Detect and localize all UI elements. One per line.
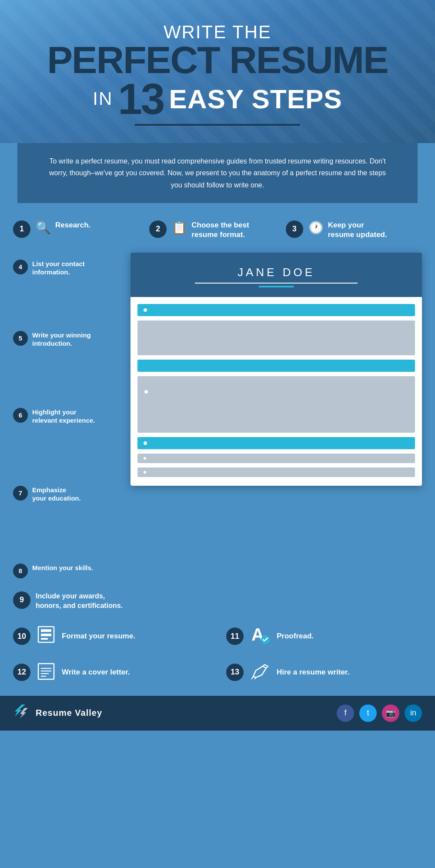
intro-box: To write a perfect resume, you must read… [17, 143, 418, 203]
step-11-label: Proofread. [277, 632, 314, 641]
header-easy: Easy Steps [169, 83, 342, 114]
step-4-label: List your contactinformation. [32, 260, 85, 277]
hire-writer-icon [250, 662, 271, 683]
step-4-num: 4 [13, 260, 28, 274]
step-6: 6 Highlight yourrelevant experience. [13, 404, 122, 429]
bottom-steps: 10 Format your resume. 11 A Pro [0, 615, 435, 696]
svg-rect-1 [41, 629, 51, 632]
step-11: 11 A Proofread. [226, 624, 422, 649]
step-7-num: 7 [13, 486, 28, 501]
skill-bar-1 [137, 454, 415, 463]
header-line2: Perfect Resume [47, 43, 388, 77]
facebook-icon[interactable]: f [337, 704, 354, 722]
education-dot [144, 390, 148, 394]
step-1-num: 1 [13, 220, 30, 238]
steps-row-1: 10 Format your resume. 11 A Pro [13, 624, 422, 649]
step-8: 8 Mention your skills. [13, 559, 122, 583]
step-3: 3 🕐 Keep yourresume updated. [286, 220, 422, 240]
brand-logo-icon [13, 704, 30, 723]
experience-bar [137, 360, 415, 372]
steps-row-2: 12 Write a cover letter. 13 [13, 662, 422, 683]
steps-top-row: 1 🔍 Research. 2 📋 Choose the bestresume … [0, 203, 435, 248]
resume-header: JANE DOE [130, 253, 422, 297]
step-9-num: 9 [13, 591, 30, 609]
skills-bar [137, 437, 415, 449]
step-7: 7 Emphasizeyour education. [13, 481, 122, 507]
main-area: 4 List your contactinformation. 5 Write … [0, 248, 435, 583]
step-12-num: 12 [13, 664, 30, 681]
resume-name-underline [195, 283, 357, 284]
twitter-icon[interactable]: t [359, 704, 377, 722]
clock-icon: 🕐 [308, 220, 324, 235]
resume-mockup: JANE DOE [130, 253, 422, 486]
step-12: 12 Write a cover letter. [13, 662, 209, 683]
intro-text: To write a perfect resume, you must read… [44, 155, 392, 191]
step-5: 5 Write your winningintroduction. [13, 327, 122, 352]
education-block [137, 376, 415, 433]
search-icon: 🔍 [36, 220, 51, 235]
footer-socials: f t 📷 in [337, 704, 422, 722]
document-icon: 📋 [172, 220, 187, 235]
proofread-icon: A [250, 624, 271, 649]
svg-rect-3 [41, 638, 48, 640]
svg-rect-2 [41, 634, 51, 636]
step-9-label: Include your awards,honors, and certific… [36, 591, 123, 611]
step-3-num: 3 [286, 220, 303, 238]
intro-bar [137, 304, 415, 316]
step-10-label: Format your resume. [62, 632, 135, 641]
step-8-num: 8 [13, 564, 28, 578]
linkedin-icon[interactable]: in [405, 704, 422, 722]
step-7-label: Emphasizeyour education. [32, 486, 81, 503]
step-13: 13 Hire a resume writer. [226, 662, 422, 683]
intro-bar-dot [144, 308, 147, 312]
resume-name: JANE DOE [141, 266, 412, 279]
header: Write the Perfect Resume in 13 Easy Step… [0, 0, 435, 143]
step-11-num: 11 [226, 628, 244, 645]
footer: Resume Valley f t 📷 in [0, 696, 435, 731]
resume-body [130, 297, 422, 486]
intro-content-block [137, 320, 415, 355]
step-3-label: Keep yourresume updated. [328, 220, 387, 240]
footer-brand-name: Resume Valley [36, 708, 102, 718]
step-6-label: Highlight yourrelevant experience. [32, 408, 95, 425]
skill-dot-1 [144, 457, 146, 460]
step-8-label: Mention your skills. [32, 564, 93, 572]
header-line3: in 13 Easy Steps [47, 77, 388, 120]
step-13-num: 13 [226, 664, 244, 681]
step-5-num: 5 [13, 331, 28, 346]
step-6-num: 6 [13, 408, 28, 423]
skills-dot [144, 441, 147, 445]
footer-brand: Resume Valley [13, 704, 102, 723]
format-icon [37, 625, 56, 648]
step-4: 4 List your contactinformation. [13, 253, 122, 281]
step-9: 9 Include your awards,honors, and certif… [0, 583, 435, 615]
header-num: 13 [118, 77, 164, 120]
step-2-num: 2 [149, 220, 167, 238]
skill-dot-2 [144, 471, 146, 474]
cover-letter-icon [37, 662, 56, 683]
skill-bar-2 [137, 467, 415, 477]
step-1-label: Research. [55, 220, 90, 230]
step-10-num: 10 [13, 628, 30, 645]
step-10: 10 Format your resume. [13, 624, 209, 649]
header-underline [135, 124, 300, 126]
left-steps: 4 List your contactinformation. 5 Write … [13, 253, 122, 583]
instagram-icon[interactable]: 📷 [382, 704, 399, 722]
step-2-label: Choose the bestresume format. [191, 220, 249, 240]
svg-line-11 [251, 677, 253, 679]
resume-name-accent [259, 286, 294, 287]
step-13-label: Hire a resume writer. [277, 668, 349, 677]
step-5-label: Write your winningintroduction. [32, 331, 91, 348]
header-in: in [93, 88, 113, 109]
step-12-label: Write a cover letter. [62, 668, 130, 677]
step-2: 2 📋 Choose the bestresume format. [149, 220, 285, 240]
step-1: 1 🔍 Research. [13, 220, 149, 238]
